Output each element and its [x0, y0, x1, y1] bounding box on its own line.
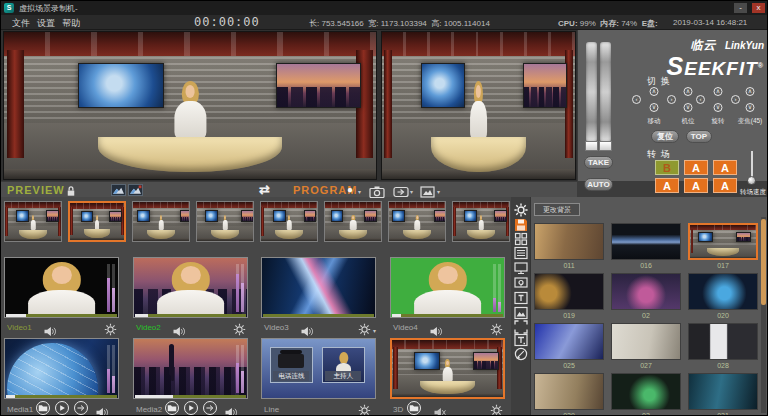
draw-pen-icon[interactable]: [514, 347, 528, 361]
speaker-icon[interactable]: [300, 323, 314, 334]
gear-icon[interactable]: [358, 403, 371, 416]
close-button[interactable]: x: [752, 3, 765, 13]
control-panel: TAKE AUTO 临云 LinkYun SEEKFIT® 切换 ∧ ∨ ‹ ›…: [577, 30, 768, 181]
gear-icon[interactable]: [104, 322, 117, 335]
gallery-scrollbar-thumb[interactable]: [761, 219, 766, 305]
swap-preview-program-icon[interactable]: ⇄: [259, 182, 270, 197]
gear-dropdown-icon[interactable]: ▾: [373, 327, 376, 334]
picture-dropdown-icon[interactable]: ▾: [437, 188, 440, 195]
camera-angle-thumb[interactable]: [452, 201, 510, 242]
threed-thumbnail[interactable]: [390, 338, 505, 399]
dpad-right-button[interactable]: ›: [667, 95, 676, 104]
dpad-left-button[interactable]: ‹: [632, 95, 641, 104]
play-button[interactable]: [184, 401, 198, 415]
lock-icon[interactable]: [65, 184, 77, 196]
transition-button-a5[interactable]: A: [684, 178, 708, 193]
change-background-button[interactable]: 更改背景: [534, 203, 580, 216]
camera-angle-thumb[interactable]: [388, 201, 446, 242]
title-text-icon[interactable]: [514, 333, 528, 347]
stream-output-icon[interactable]: [393, 184, 409, 196]
studio-scene-preview: [4, 32, 376, 179]
media2-cell: Media2: [132, 338, 250, 416]
dpad-down-button[interactable]: ∨: [714, 103, 723, 112]
layout-grid-icon[interactable]: [514, 232, 528, 246]
brand-cn: 临云: [690, 38, 716, 52]
transition-button-a4[interactable]: A: [655, 178, 679, 193]
record-icon[interactable]: ●: [347, 184, 353, 195]
open-file-button[interactable]: [36, 401, 50, 415]
video1-thumbnail[interactable]: [4, 257, 119, 318]
cpu-label: CPU:: [558, 19, 578, 28]
record-dropdown-icon[interactable]: ▾: [358, 188, 361, 195]
gear-icon[interactable]: [358, 322, 371, 335]
fader-handle-left[interactable]: [585, 141, 598, 151]
transition-button-a2[interactable]: A: [684, 160, 708, 175]
video2-thumbnail[interactable]: [133, 257, 248, 318]
stream-dropdown-icon[interactable]: ▾: [410, 188, 413, 195]
reset-button[interactable]: 复位: [651, 130, 679, 143]
next-button[interactable]: [203, 401, 217, 415]
play-button[interactable]: [55, 401, 69, 415]
camera-angle-thumb[interactable]: [196, 201, 254, 242]
dpad-up-button[interactable]: ∧: [714, 87, 723, 96]
video3-thumbnail[interactable]: [261, 257, 376, 318]
transition-button-a3[interactable]: A: [713, 160, 737, 175]
menu-settings[interactable]: 设置: [37, 17, 55, 30]
dpad-down-button[interactable]: ∨: [684, 103, 693, 112]
next-button[interactable]: [74, 401, 88, 415]
dpad-down-button[interactable]: ∨: [650, 103, 659, 112]
transition-button-a6[interactable]: A: [713, 178, 737, 193]
save-icon[interactable]: [514, 218, 528, 232]
gear-icon[interactable]: [490, 403, 503, 416]
menu-help[interactable]: 帮助: [62, 17, 80, 30]
playlist-icon[interactable]: [514, 246, 528, 260]
camera-snapshot-icon[interactable]: [369, 184, 385, 196]
speaker-muted-icon[interactable]: [433, 404, 447, 415]
open-file-button[interactable]: [407, 401, 421, 415]
speaker-icon[interactable]: [95, 404, 109, 415]
top-button[interactable]: TOP: [686, 130, 712, 143]
snapshot-preview-alt-icon[interactable]: [128, 184, 143, 196]
camera-angle-thumb[interactable]: [132, 201, 190, 242]
camera-angle-thumb[interactable]: [260, 201, 318, 242]
menu-file[interactable]: 文件: [12, 17, 30, 30]
camera-angle-thumb-selected[interactable]: [68, 201, 126, 242]
camera-angle-thumb[interactable]: [4, 201, 62, 242]
open-file-button[interactable]: [165, 401, 179, 415]
media1-thumbnail[interactable]: [4, 338, 119, 399]
dpad-down-button[interactable]: ∨: [746, 103, 755, 112]
speaker-icon[interactable]: [429, 323, 443, 334]
dpad-left-button[interactable]: ‹: [696, 95, 705, 104]
speaker-icon[interactable]: [224, 404, 238, 415]
settings-gear-icon[interactable]: [514, 203, 528, 217]
video4-thumbnail[interactable]: [390, 257, 505, 318]
line-thumbnail[interactable]: 电话连线 主持人: [261, 338, 376, 399]
dpad-up-button[interactable]: ∧: [746, 87, 755, 96]
phone-box: 电话连线: [270, 347, 313, 384]
frame-crop-icon[interactable]: [514, 320, 528, 334]
take-button[interactable]: TAKE: [584, 156, 613, 169]
minimize-button[interactable]: -: [734, 3, 747, 13]
transition-button-b[interactable]: B: [655, 160, 679, 175]
dpad-up-button[interactable]: ∧: [650, 87, 659, 96]
picture-overlay-icon[interactable]: [420, 184, 436, 196]
t-bar-fader[interactable]: [585, 42, 613, 154]
fader-handle-right[interactable]: [599, 141, 612, 151]
camera-angle-thumb[interactable]: [324, 201, 382, 242]
studio-screen-city: [523, 63, 567, 109]
gear-icon[interactable]: [490, 322, 503, 335]
gallery-scrollbar[interactable]: [761, 217, 766, 413]
monitor-icon[interactable]: [514, 261, 528, 275]
monitor-light-icon[interactable]: [514, 276, 528, 290]
dpad-up-button[interactable]: ∧: [684, 87, 693, 96]
image-icon[interactable]: [514, 306, 528, 320]
speaker-icon[interactable]: [43, 323, 57, 334]
speaker-icon[interactable]: [172, 323, 186, 334]
subtitle-text-icon[interactable]: [514, 291, 528, 305]
auto-button[interactable]: AUTO: [584, 178, 613, 191]
app-logo-icon: S: [4, 3, 14, 13]
gear-icon[interactable]: [233, 322, 246, 335]
media2-thumbnail[interactable]: [133, 338, 248, 399]
transition-speed-knob[interactable]: [747, 176, 756, 185]
snapshot-preview-icon[interactable]: [111, 184, 126, 196]
